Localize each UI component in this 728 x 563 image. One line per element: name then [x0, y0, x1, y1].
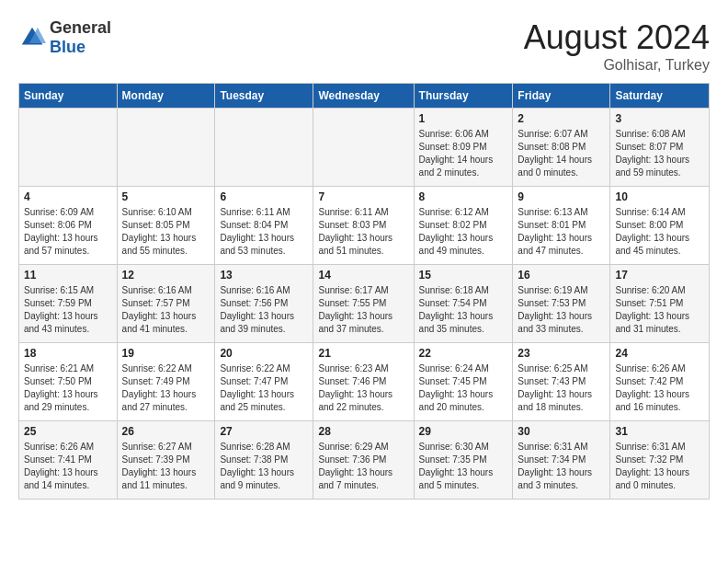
calendar-day-cell: 22Sunrise: 6:24 AM Sunset: 7:45 PM Dayli… — [414, 343, 513, 421]
day-info: Sunrise: 6:27 AM Sunset: 7:39 PM Dayligh… — [122, 441, 210, 492]
calendar-day-cell: 8Sunrise: 6:12 AM Sunset: 8:02 PM Daylig… — [414, 187, 513, 265]
calendar-day-cell: 4Sunrise: 6:09 AM Sunset: 8:06 PM Daylig… — [19, 187, 118, 265]
month-year: August 2024 — [524, 18, 710, 57]
day-number: 23 — [518, 347, 605, 360]
day-number: 8 — [419, 190, 508, 203]
day-number: 3 — [615, 112, 704, 125]
calendar-day-cell: 26Sunrise: 6:27 AM Sunset: 7:39 PM Dayli… — [117, 421, 215, 500]
calendar-day-cell — [215, 109, 313, 187]
day-info: Sunrise: 6:19 AM Sunset: 7:53 PM Dayligh… — [518, 284, 605, 336]
calendar-week-row: 11Sunrise: 6:15 AM Sunset: 7:59 PM Dayli… — [19, 265, 710, 343]
day-info: Sunrise: 6:06 AM Sunset: 8:09 PM Dayligh… — [419, 128, 508, 179]
day-number: 14 — [318, 269, 408, 282]
calendar-day-cell — [19, 109, 118, 187]
day-number: 21 — [318, 347, 408, 360]
calendar-day-cell: 13Sunrise: 6:16 AM Sunset: 7:56 PM Dayli… — [215, 265, 313, 343]
day-info: Sunrise: 6:11 AM Sunset: 8:04 PM Dayligh… — [220, 206, 308, 258]
logo-general-text: General — [50, 18, 111, 38]
calendar-day-cell — [313, 109, 414, 187]
day-number: 11 — [24, 269, 112, 282]
day-number: 19 — [122, 347, 210, 360]
calendar-day-cell: 28Sunrise: 6:29 AM Sunset: 7:36 PM Dayli… — [313, 421, 414, 500]
logo: General Blue — [18, 18, 111, 57]
day-number: 24 — [615, 347, 704, 360]
day-number: 5 — [122, 190, 210, 203]
calendar-table: SundayMondayTuesdayWednesdayThursdayFrid… — [18, 83, 710, 500]
day-info: Sunrise: 6:16 AM Sunset: 7:56 PM Dayligh… — [220, 284, 308, 336]
day-info: Sunrise: 6:24 AM Sunset: 7:45 PM Dayligh… — [419, 362, 508, 414]
calendar-day-cell: 24Sunrise: 6:26 AM Sunset: 7:42 PM Dayli… — [610, 343, 710, 421]
calendar-day-cell: 25Sunrise: 6:26 AM Sunset: 7:41 PM Dayli… — [19, 421, 118, 500]
day-number: 9 — [518, 190, 605, 203]
weekday-header-row: SundayMondayTuesdayWednesdayThursdayFrid… — [19, 84, 710, 109]
weekday-header: Tuesday — [215, 84, 313, 109]
day-info: Sunrise: 6:28 AM Sunset: 7:38 PM Dayligh… — [220, 441, 308, 492]
calendar-day-cell: 21Sunrise: 6:23 AM Sunset: 7:46 PM Dayli… — [313, 343, 414, 421]
logo-blue-text: Blue — [50, 38, 111, 57]
calendar-day-cell: 18Sunrise: 6:21 AM Sunset: 7:50 PM Dayli… — [19, 343, 118, 421]
day-info: Sunrise: 6:21 AM Sunset: 7:50 PM Dayligh… — [24, 362, 112, 414]
day-info: Sunrise: 6:26 AM Sunset: 7:42 PM Dayligh… — [615, 362, 704, 414]
day-number: 25 — [24, 425, 112, 438]
day-number: 20 — [220, 347, 308, 360]
calendar-day-cell: 23Sunrise: 6:25 AM Sunset: 7:43 PM Dayli… — [513, 343, 610, 421]
day-info: Sunrise: 6:29 AM Sunset: 7:36 PM Dayligh… — [318, 441, 408, 492]
day-number: 17 — [615, 269, 704, 282]
day-info: Sunrise: 6:12 AM Sunset: 8:02 PM Dayligh… — [419, 206, 508, 258]
day-number: 16 — [518, 269, 605, 282]
calendar-day-cell: 20Sunrise: 6:22 AM Sunset: 7:47 PM Dayli… — [215, 343, 313, 421]
calendar-day-cell: 15Sunrise: 6:18 AM Sunset: 7:54 PM Dayli… — [414, 265, 513, 343]
day-info: Sunrise: 6:08 AM Sunset: 8:07 PM Dayligh… — [615, 128, 704, 179]
calendar-day-cell: 10Sunrise: 6:14 AM Sunset: 8:00 PM Dayli… — [610, 187, 710, 265]
logo-icon — [18, 24, 46, 52]
day-number: 7 — [318, 190, 408, 203]
weekday-header: Monday — [117, 84, 215, 109]
day-number: 26 — [122, 425, 210, 438]
calendar-week-row: 1Sunrise: 6:06 AM Sunset: 8:09 PM Daylig… — [19, 109, 710, 187]
day-number: 30 — [518, 425, 605, 438]
calendar-day-cell: 17Sunrise: 6:20 AM Sunset: 7:51 PM Dayli… — [610, 265, 710, 343]
day-info: Sunrise: 6:30 AM Sunset: 7:35 PM Dayligh… — [419, 441, 508, 492]
day-info: Sunrise: 6:16 AM Sunset: 7:57 PM Dayligh… — [122, 284, 210, 336]
day-number: 2 — [518, 112, 605, 125]
location: Golhisar, Turkey — [524, 57, 710, 74]
day-info: Sunrise: 6:14 AM Sunset: 8:00 PM Dayligh… — [615, 206, 704, 258]
calendar-week-row: 25Sunrise: 6:26 AM Sunset: 7:41 PM Dayli… — [19, 421, 710, 500]
calendar-day-cell: 16Sunrise: 6:19 AM Sunset: 7:53 PM Dayli… — [513, 265, 610, 343]
day-info: Sunrise: 6:31 AM Sunset: 7:32 PM Dayligh… — [615, 441, 704, 492]
day-number: 15 — [419, 269, 508, 282]
day-info: Sunrise: 6:17 AM Sunset: 7:55 PM Dayligh… — [318, 284, 408, 336]
day-number: 4 — [24, 190, 112, 203]
day-info: Sunrise: 6:31 AM Sunset: 7:34 PM Dayligh… — [518, 441, 605, 492]
day-number: 1 — [419, 112, 508, 125]
weekday-header: Friday — [513, 84, 610, 109]
day-number: 6 — [220, 190, 308, 203]
calendar-day-cell: 3Sunrise: 6:08 AM Sunset: 8:07 PM Daylig… — [610, 109, 710, 187]
day-info: Sunrise: 6:18 AM Sunset: 7:54 PM Dayligh… — [419, 284, 508, 336]
day-info: Sunrise: 6:15 AM Sunset: 7:59 PM Dayligh… — [24, 284, 112, 336]
calendar-day-cell: 12Sunrise: 6:16 AM Sunset: 7:57 PM Dayli… — [117, 265, 215, 343]
page-header: General Blue August 2024 Golhisar, Turke… — [18, 18, 710, 74]
day-number: 13 — [220, 269, 308, 282]
calendar-day-cell: 14Sunrise: 6:17 AM Sunset: 7:55 PM Dayli… — [313, 265, 414, 343]
calendar-day-cell: 27Sunrise: 6:28 AM Sunset: 7:38 PM Dayli… — [215, 421, 313, 500]
calendar-day-cell: 11Sunrise: 6:15 AM Sunset: 7:59 PM Dayli… — [19, 265, 118, 343]
calendar-day-cell: 31Sunrise: 6:31 AM Sunset: 7:32 PM Dayli… — [610, 421, 710, 500]
calendar-day-cell: 6Sunrise: 6:11 AM Sunset: 8:04 PM Daylig… — [215, 187, 313, 265]
calendar-day-cell: 30Sunrise: 6:31 AM Sunset: 7:34 PM Dayli… — [513, 421, 610, 500]
calendar-week-row: 4Sunrise: 6:09 AM Sunset: 8:06 PM Daylig… — [19, 187, 710, 265]
day-number: 27 — [220, 425, 308, 438]
day-info: Sunrise: 6:10 AM Sunset: 8:05 PM Dayligh… — [122, 206, 210, 258]
day-info: Sunrise: 6:20 AM Sunset: 7:51 PM Dayligh… — [615, 284, 704, 336]
weekday-header: Sunday — [19, 84, 118, 109]
calendar-day-cell: 29Sunrise: 6:30 AM Sunset: 7:35 PM Dayli… — [414, 421, 513, 500]
calendar-day-cell: 7Sunrise: 6:11 AM Sunset: 8:03 PM Daylig… — [313, 187, 414, 265]
day-info: Sunrise: 6:13 AM Sunset: 8:01 PM Dayligh… — [518, 206, 605, 258]
day-number: 18 — [24, 347, 112, 360]
weekday-header: Saturday — [610, 84, 710, 109]
day-info: Sunrise: 6:09 AM Sunset: 8:06 PM Dayligh… — [24, 206, 112, 258]
day-number: 28 — [318, 425, 408, 438]
calendar-day-cell: 19Sunrise: 6:22 AM Sunset: 7:49 PM Dayli… — [117, 343, 215, 421]
day-info: Sunrise: 6:23 AM Sunset: 7:46 PM Dayligh… — [318, 362, 408, 414]
calendar-day-cell — [117, 109, 215, 187]
